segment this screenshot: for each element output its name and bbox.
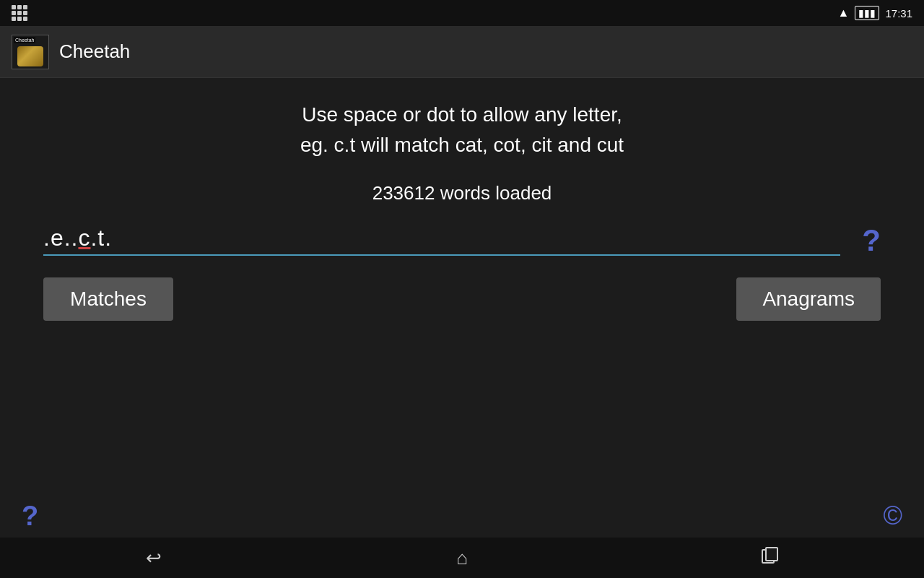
anagrams-button[interactable]: Anagrams — [736, 277, 881, 321]
search-input-wrapper[interactable]: .e..c.t. — [43, 225, 840, 256]
status-time: 17:31 — [885, 7, 912, 20]
instruction-line1: Use space or dot to allow any letter, — [300, 100, 624, 130]
grid-icon — [12, 5, 27, 21]
back-arrow-icon: ↩ — [146, 547, 162, 569]
search-display: .e..c.t. — [43, 225, 840, 251]
search-row: .e..c.t. ? — [29, 225, 895, 256]
cheetah-thumbnail — [17, 46, 43, 66]
matches-button[interactable]: Matches — [43, 277, 173, 321]
help-icon-right[interactable]: ? — [862, 225, 881, 256]
search-text-part2: .t. — [90, 225, 112, 251]
help-icon-left[interactable]: ? — [22, 501, 38, 532]
buttons-row: Matches Anagrams — [29, 277, 895, 321]
copyright-icon[interactable]: © — [883, 501, 902, 531]
instruction-text: Use space or dot to allow any letter, eg… — [300, 100, 624, 160]
svg-rect-1 — [766, 548, 777, 561]
status-bar: ▲ ▮▮▮ 17:31 — [0, 0, 924, 26]
search-text-part1: .e.. — [43, 225, 78, 251]
instruction-line2: eg. c.t will match cat, cot, cit and cut — [300, 130, 624, 160]
app-icon-label: Cheetah — [14, 37, 35, 43]
app-title: Cheetah — [59, 40, 130, 63]
main-content: Use space or dot to allow any letter, eg… — [0, 78, 924, 494]
nav-recent-button[interactable] — [616, 538, 924, 578]
words-loaded: 233612 words loaded — [372, 182, 552, 204]
battery-icon: ▮▮▮ — [855, 6, 879, 20]
app-icon: Cheetah — [12, 35, 49, 69]
nav-bar: ↩ ⌂ — [0, 538, 924, 578]
app-bar: Cheetah Cheetah — [0, 26, 924, 78]
status-bar-left — [12, 5, 27, 21]
bottom-bar: ? © — [0, 494, 924, 538]
home-icon: ⌂ — [456, 547, 468, 569]
search-text-underlined: c — [78, 225, 90, 251]
status-bar-right: ▲ ▮▮▮ 17:31 — [838, 6, 912, 20]
recent-apps-icon — [761, 546, 780, 570]
nav-back-button[interactable]: ↩ — [0, 538, 308, 578]
nav-home-button[interactable]: ⌂ — [308, 538, 616, 578]
wifi-icon: ▲ — [838, 7, 850, 20]
